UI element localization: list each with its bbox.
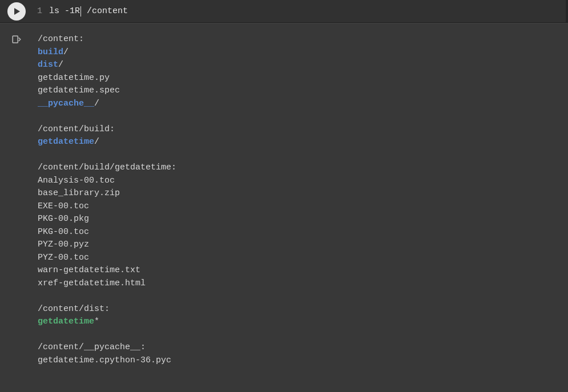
- listing-item: getdatetime.cpython-36.pyc: [38, 354, 568, 367]
- line-number: 1: [37, 6, 42, 16]
- listing-item: getdatetime*: [38, 316, 568, 329]
- listing-item-name: base_library.zip: [38, 188, 120, 198]
- listing-header: /content:: [38, 33, 568, 46]
- listing-item-name: xref-getdatetime.html: [38, 278, 146, 288]
- input-row: 1 ls -1R /content: [0, 0, 568, 23]
- listing-item: Analysis-00.toc: [38, 175, 568, 188]
- code-cell: 1 ls -1R /content /content:build/dist/ge…: [0, 0, 568, 374]
- listing-item-name: PYZ-00.pyz: [38, 240, 89, 249]
- listing-item: xref-getdatetime.html: [38, 277, 568, 290]
- run-button-wrap: [0, 0, 33, 22]
- listing-item: EXE-00.toc: [38, 200, 568, 213]
- output-row: /content:build/dist/getdatetime.pygetdat…: [0, 23, 568, 374]
- listing-item-name: __pycache__: [38, 99, 94, 108]
- play-icon: [13, 7, 21, 15]
- listing-item-suffix: /: [58, 60, 63, 70]
- svg-rect-1: [13, 36, 18, 43]
- listing-item-name: PYZ-00.toc: [38, 253, 89, 262]
- listing-header: /content/build/getdatetime:: [38, 161, 568, 175]
- listing-item: PYZ-00.toc: [38, 252, 568, 265]
- listing-item-name: getdatetime.py: [38, 73, 110, 83]
- listing-item-name: PKG-00.toc: [38, 227, 89, 237]
- code-input[interactable]: ls -1R /content: [46, 0, 568, 22]
- listing-item-suffix: /: [63, 47, 69, 57]
- output-icon-column: [0, 33, 33, 47]
- output-icon-svg: [11, 34, 22, 45]
- listing-item: warn-getdatetime.txt: [38, 264, 568, 277]
- line-number-gutter: 1: [33, 0, 46, 22]
- listing-item: PKG-00.toc: [38, 226, 568, 239]
- listing-header: /content/__pycache__:: [38, 341, 568, 354]
- code-text-after: /content: [82, 6, 128, 16]
- blank-line: [38, 149, 568, 162]
- blank-line: [38, 110, 568, 123]
- listing-item: getdatetime.spec: [38, 84, 568, 98]
- listing-item-name: getdatetime.cpython-36.pyc: [38, 355, 171, 365]
- listing-item: __pycache__/: [38, 98, 568, 111]
- listing-item-name: warn-getdatetime.txt: [38, 265, 140, 275]
- blank-line: [38, 329, 568, 342]
- listing-item-name: dist: [38, 60, 58, 70]
- listing-item: dist/: [38, 59, 568, 72]
- output-body[interactable]: /content:build/dist/getdatetime.pygetdat…: [33, 33, 568, 374]
- listing-header: /content/build:: [38, 123, 568, 136]
- blank-line: [38, 290, 568, 303]
- listing-item: PKG-00.pkg: [38, 213, 568, 226]
- run-button[interactable]: [7, 2, 26, 21]
- listing-item-suffix: *: [94, 317, 99, 326]
- listing-item-suffix: /: [94, 137, 99, 147]
- listing-header: /content/dist:: [38, 303, 568, 316]
- code-text-before: ls -1R: [49, 6, 80, 16]
- svg-marker-0: [14, 8, 20, 15]
- listing-item-suffix: /: [94, 99, 99, 108]
- listing-item: getdatetime/: [38, 136, 568, 149]
- output-collapse-button[interactable]: [11, 34, 22, 47]
- listing-item-name: Analysis-00.toc: [38, 176, 115, 185]
- listing-item-name: PKG-00.pkg: [38, 214, 89, 224]
- listing-item-name: getdatetime: [38, 317, 94, 326]
- listing-item-name: getdatetime.spec: [38, 86, 120, 95]
- listing-item: getdatetime.py: [38, 72, 568, 85]
- text-cursor: [80, 6, 81, 17]
- listing-item: PYZ-00.pyz: [38, 239, 568, 252]
- listing-item-name: build: [38, 47, 63, 57]
- listing-item: build/: [38, 46, 568, 59]
- listing-item-name: EXE-00.toc: [38, 201, 89, 211]
- listing-item-name: getdatetime: [38, 137, 94, 147]
- listing-item: base_library.zip: [38, 187, 568, 200]
